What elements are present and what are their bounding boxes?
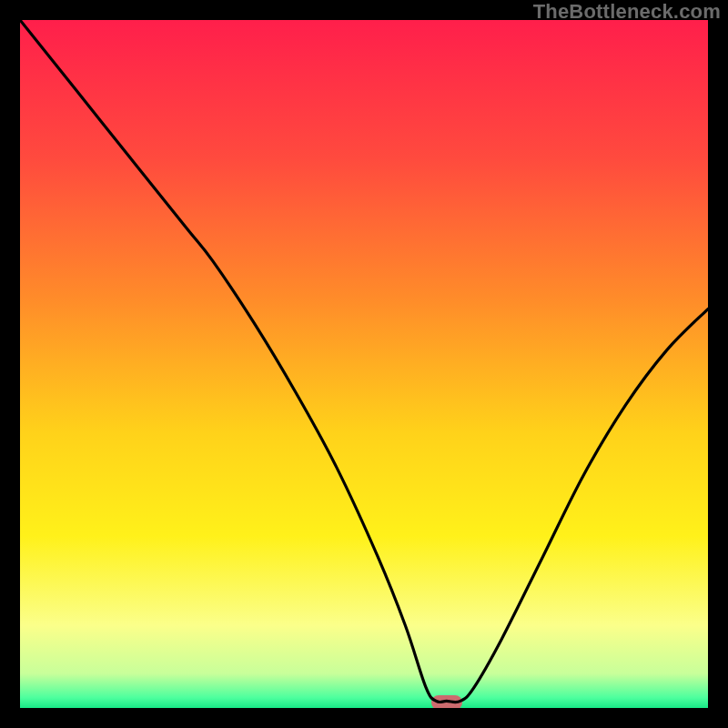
chart-frame: TheBottleneck.com <box>0 0 728 728</box>
bottleneck-curve <box>20 20 708 708</box>
attribution-text: TheBottleneck.com <box>533 0 721 24</box>
plot-area <box>20 20 708 708</box>
